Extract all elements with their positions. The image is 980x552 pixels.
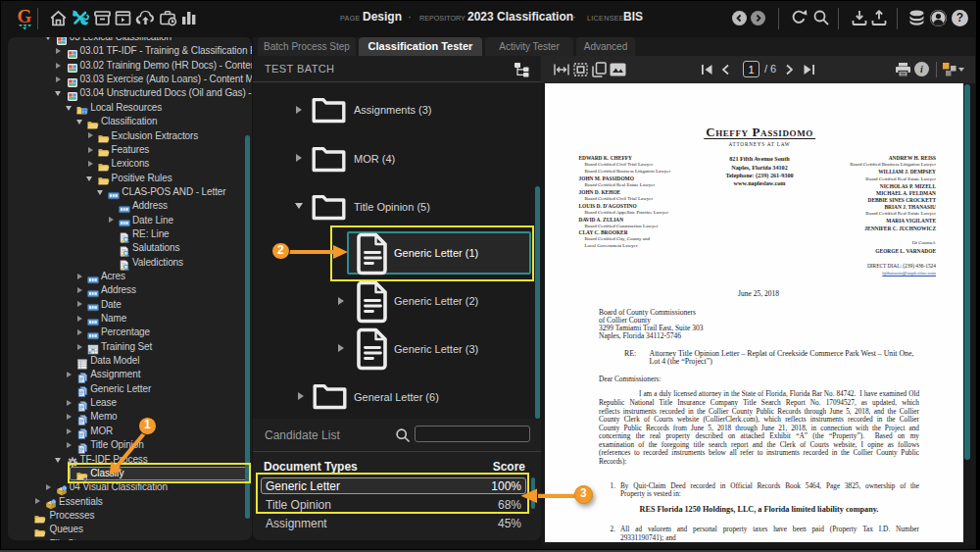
svg-text:G: G [18,6,32,26]
